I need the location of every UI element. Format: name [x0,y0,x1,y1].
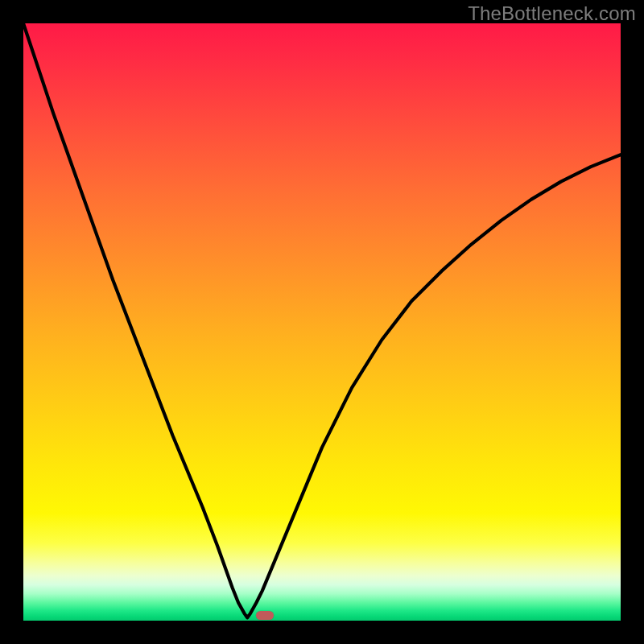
chart-frame: TheBottleneck.com [0,0,644,644]
bottleneck-curve [23,23,621,621]
optimal-point-marker [256,611,274,620]
watermark-text: TheBottleneck.com [468,2,636,25]
plot-area [23,23,621,621]
